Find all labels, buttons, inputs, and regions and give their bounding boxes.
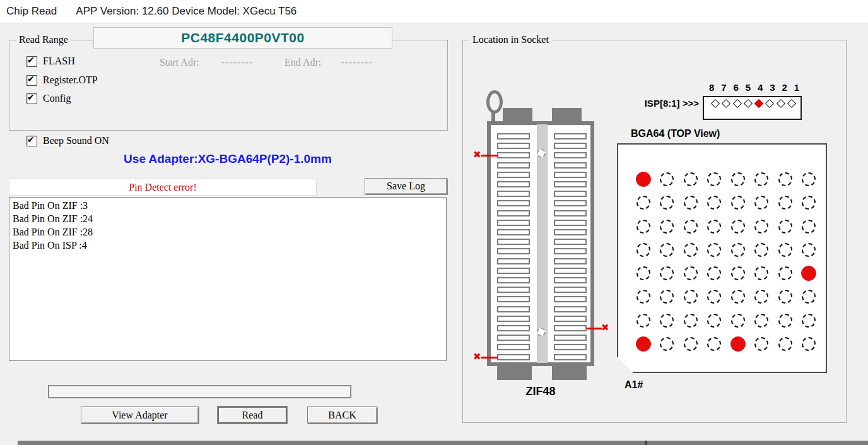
zif-notch-bottom xyxy=(537,328,546,336)
bga-ball-r2c5 xyxy=(731,196,745,210)
bga-ball-r3c2 xyxy=(660,220,674,234)
start-adr-value: -------- xyxy=(221,57,254,68)
zif-slot-right-7 xyxy=(554,191,587,197)
isp-pin-number-8: 8 xyxy=(709,82,714,93)
isp-pin-indicator-2 xyxy=(777,99,785,108)
checkbox-beep-sound-label: Beep Sound ON xyxy=(43,135,109,146)
view-adapter-button[interactable]: View Adapter xyxy=(81,406,199,424)
isp-pin-indicator-8 xyxy=(711,99,720,108)
zif-lever-icon xyxy=(486,90,503,114)
zif-slot-left-17 xyxy=(497,287,530,293)
app-version-info: APP Version: 12.60 Device Model: XGecu T… xyxy=(76,5,296,18)
bga-ball-r8c1-bad xyxy=(636,336,651,352)
zif-slot-right-24 xyxy=(554,354,587,360)
back-button[interactable]: BACK xyxy=(307,406,377,424)
checkbox-register-otp[interactable]: ✔ xyxy=(26,75,37,86)
bga-ball-r2c8 xyxy=(802,196,816,210)
bga-ball-r1c7 xyxy=(778,172,792,186)
zif-slot-left-6 xyxy=(497,181,530,187)
zif-slot-left-22 xyxy=(497,335,530,341)
zif-slot-right-18 xyxy=(554,296,587,302)
bga-ball-r8c8 xyxy=(802,337,816,351)
save-log-button[interactable]: Save Log xyxy=(365,178,447,194)
checkbox-flash-checkmark: ✔ xyxy=(27,55,35,65)
bga-ball-r6c2 xyxy=(660,290,674,304)
bga-ball-r1c8 xyxy=(802,172,816,186)
bga-ball-r4c2 xyxy=(660,243,674,257)
checkbox-config-checkmark: ✔ xyxy=(27,92,35,102)
isp-pin-indicator-6 xyxy=(732,99,741,108)
bga-ball-r3c5 xyxy=(731,220,745,234)
a1-corner-label: A1# xyxy=(625,379,643,391)
zif-slot-right-22 xyxy=(554,335,587,341)
bga-ball-r5c5 xyxy=(731,266,745,280)
bga-ball-r2c3 xyxy=(684,196,698,210)
checkbox-flash-label: FLASH xyxy=(43,56,75,67)
zif-label: ZIF48 xyxy=(487,385,594,398)
bga-ball-r6c1 xyxy=(636,290,650,304)
checkbox-config[interactable]: ✔ xyxy=(26,93,37,104)
window-title: Chip Read xyxy=(6,5,57,18)
bga-ball-r3c4 xyxy=(707,220,721,234)
bga-ball-r1c1-bad xyxy=(636,172,651,187)
bga-ball-r1c2 xyxy=(660,172,674,186)
bottom-window-edge xyxy=(18,441,868,445)
zif-slot-left-21 xyxy=(497,325,530,331)
checkbox-flash[interactable]: ✔ xyxy=(26,56,37,67)
bga-ball-r7c7 xyxy=(778,314,792,328)
bga-ball-r7c5 xyxy=(731,314,745,328)
checkbox-beep-sound-checkmark: ✔ xyxy=(27,134,35,145)
isp-pin-indicator-1 xyxy=(787,99,796,108)
zif-slot-right-2 xyxy=(554,143,587,149)
zif-tab-top-right xyxy=(552,108,582,122)
zif-slot-left-18 xyxy=(497,296,530,302)
bga-ball-r7c4 xyxy=(707,314,721,328)
zif-slot-left-4 xyxy=(497,162,530,169)
checkbox-register-otp-label: Register.OTP xyxy=(43,74,98,86)
read-range-group-label: Read Range xyxy=(16,34,71,45)
checkbox-beep-sound[interactable]: ✔ xyxy=(26,136,37,146)
bga-ball-r5c8-bad xyxy=(801,266,816,281)
bga-ball-r1c6 xyxy=(754,172,768,186)
isp-label: ISP[8:1] >>> xyxy=(631,98,699,109)
end-adr-label: End Adr: xyxy=(284,57,321,68)
zif-slot-left-13 xyxy=(497,248,530,254)
title-bar: Chip Read APP Version: 12.60 Device Mode… xyxy=(0,0,868,23)
log-line-1: Bad Pin On ZIF :3 xyxy=(13,199,443,212)
zif-tab-top-left xyxy=(503,108,532,122)
zif-slot-left-14 xyxy=(497,258,530,264)
zif-slot-right-9 xyxy=(554,210,587,217)
bga-ball-r8c5-bad xyxy=(730,336,746,352)
bga-chip-map xyxy=(617,143,827,373)
log-area[interactable]: Bad Pin On ZIF :3Bad Pin On ZIF :24Bad P… xyxy=(9,197,447,361)
bga-ball-r7c1 xyxy=(636,314,650,328)
zif-slot-right-17 xyxy=(554,287,587,293)
start-adr-label: Start Adr: xyxy=(160,57,199,68)
bga-ball-r6c8 xyxy=(802,290,816,304)
read-button[interactable]: Read xyxy=(218,406,287,424)
bga-ball-r5c6 xyxy=(754,266,768,280)
zif-slot-left-3 xyxy=(497,152,530,158)
bga-ball-r3c7 xyxy=(778,220,792,234)
zif-slot-left-2 xyxy=(497,143,530,149)
isp-pin-numbers: 87654321 xyxy=(709,82,799,93)
progress-bar xyxy=(48,385,351,398)
zif-slot-right-8 xyxy=(554,200,587,206)
zif-slot-left-11 xyxy=(497,229,530,235)
isp-pin-number-1: 1 xyxy=(794,82,799,93)
bga-ball-r4c4 xyxy=(707,243,721,257)
isp-pin-number-3: 3 xyxy=(770,82,775,93)
isp-pin-indicator-7 xyxy=(722,99,730,108)
bad-pin-x-icon-zif-24: ✖ xyxy=(473,352,481,361)
checkbox-register-otp-row: ✔Register.OTP xyxy=(26,74,98,86)
checkbox-config-label: Config xyxy=(43,93,71,104)
zif-slot-left-16 xyxy=(497,277,530,283)
bga-ball-r7c3 xyxy=(684,314,698,328)
bga-ball-r8c4 xyxy=(707,337,721,351)
isp-pin-number-4: 4 xyxy=(758,82,763,93)
zif-slot-right-6 xyxy=(554,181,587,187)
bga-ball-r4c6 xyxy=(754,243,768,257)
bottom-edge-notch xyxy=(645,441,647,445)
bga-ball-r2c4 xyxy=(707,196,721,210)
zif-slot-right-13 xyxy=(554,248,587,254)
